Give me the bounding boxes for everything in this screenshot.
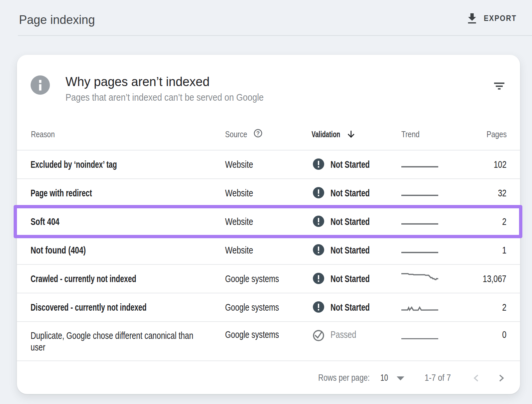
svg-text:?: ? [256, 130, 260, 137]
